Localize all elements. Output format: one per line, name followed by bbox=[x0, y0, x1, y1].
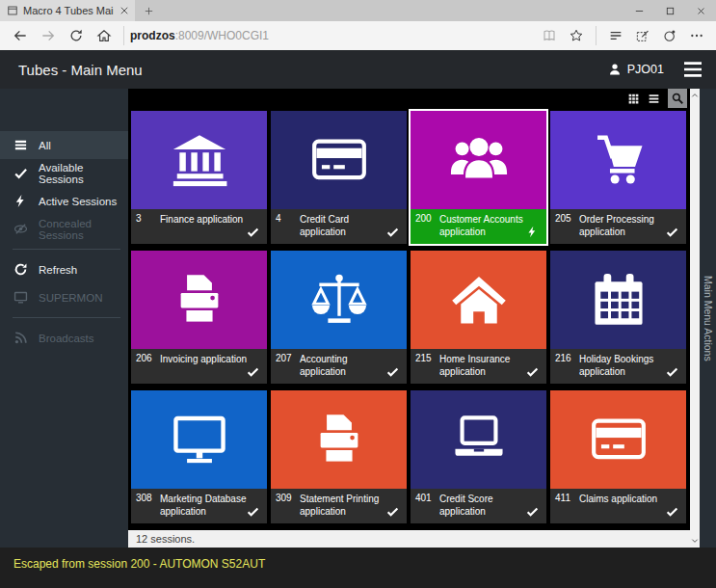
app-tile[interactable]: 3 Finance application bbox=[131, 111, 267, 244]
reload-button[interactable] bbox=[62, 23, 90, 48]
tile-app-icon bbox=[550, 111, 686, 209]
app-tile[interactable]: 200 Customer Accounts application bbox=[411, 111, 546, 244]
tile-footer: 4 Credit Card application bbox=[271, 209, 407, 244]
monitor-icon bbox=[13, 290, 28, 305]
main-menu-actions-panel[interactable]: Main Menu Actions bbox=[700, 89, 716, 548]
tile-app-icon bbox=[131, 390, 267, 489]
sidebar-item-refresh[interactable]: Refresh bbox=[0, 255, 128, 283]
tile-footer: 401 Credit Score application bbox=[411, 489, 546, 523]
check-icon bbox=[666, 365, 678, 378]
sidebar-item-broadcasts[interactable]: Broadcasts bbox=[0, 324, 128, 352]
url-field[interactable]: prodzos:8009/WHO0CGI1 bbox=[130, 29, 536, 42]
check-icon bbox=[247, 365, 259, 378]
tile-footer: 206 Invoicing application bbox=[131, 349, 267, 384]
tile-app-icon bbox=[271, 251, 407, 349]
tile-label: Claims application bbox=[579, 493, 657, 505]
app-tile[interactable]: 207 Accounting application bbox=[271, 251, 407, 384]
web-note-icon bbox=[635, 28, 650, 43]
bolt-icon bbox=[13, 194, 28, 208]
window-controls bbox=[623, 0, 716, 21]
scroll-up-icon[interactable] bbox=[691, 92, 699, 99]
sidebar-item-label: SUPERMON bbox=[39, 292, 102, 304]
app-tile[interactable]: 401 Credit Score application bbox=[411, 390, 546, 523]
tile-footer: 215 Home Insurance application bbox=[411, 349, 546, 384]
tile-label: Credit Score application bbox=[439, 493, 529, 518]
sidebar-item-label: Active Sessions bbox=[39, 196, 117, 207]
tile-footer: 216 Holiday Bookings application bbox=[550, 349, 686, 384]
web-note-button[interactable] bbox=[629, 23, 656, 48]
grid-view-icon[interactable] bbox=[627, 93, 640, 105]
more-button[interactable] bbox=[683, 23, 710, 48]
app-header: Tubes - Main Menu PJO01 bbox=[0, 50, 716, 89]
message-bar: Escaped from session 200 - AUTOMON S52AU… bbox=[0, 548, 716, 588]
action-panel-label: Main Menu Actions bbox=[703, 276, 714, 361]
book-icon bbox=[542, 28, 557, 43]
check-icon bbox=[666, 226, 678, 238]
tile-app-icon bbox=[131, 251, 267, 349]
sidebar-item-active-sessions[interactable]: Active Sessions bbox=[0, 187, 128, 215]
refresh-icon bbox=[13, 262, 28, 277]
menu-button[interactable] bbox=[682, 61, 703, 78]
forward-button[interactable] bbox=[34, 23, 62, 48]
check-icon bbox=[247, 505, 259, 518]
search-button[interactable] bbox=[668, 89, 687, 108]
url-host: prodzos bbox=[130, 29, 175, 42]
tile-footer: 200 Customer Accounts application bbox=[411, 209, 546, 244]
back-icon bbox=[13, 28, 28, 43]
tile-label: Accounting application bbox=[300, 353, 389, 378]
tile-label: Credit Card application bbox=[300, 213, 389, 238]
tile-session-number: 205 bbox=[555, 213, 579, 224]
app-tile[interactable]: 308 Marketing Database application bbox=[131, 390, 267, 523]
app-tile[interactable]: 216 Holiday Bookings application bbox=[550, 251, 686, 384]
plus-icon bbox=[144, 6, 154, 16]
app-tile[interactable]: 206 Invoicing application bbox=[131, 251, 267, 384]
url-path: :8009/WHO0CGI1 bbox=[175, 29, 269, 42]
minimize-button[interactable] bbox=[623, 0, 654, 21]
tile-app-icon bbox=[411, 251, 546, 349]
app-tile[interactable]: 215 Home Insurance application bbox=[411, 251, 546, 384]
sidebar-divider bbox=[13, 249, 120, 250]
back-button[interactable] bbox=[6, 23, 34, 48]
app-tile[interactable]: 4 Credit Card application bbox=[271, 111, 407, 244]
check-icon bbox=[386, 226, 399, 238]
favorites-button[interactable] bbox=[563, 23, 590, 48]
hub-button[interactable] bbox=[602, 23, 629, 48]
new-tab-button[interactable] bbox=[135, 0, 162, 21]
tile-app-icon bbox=[550, 251, 686, 349]
sidebar-item-available-sessions[interactable]: Available Sessions bbox=[0, 159, 128, 187]
tab-close-icon[interactable] bbox=[119, 5, 130, 16]
browser-tab[interactable]: Macro 4 Tubes Main Me bbox=[0, 0, 135, 21]
scroll-down-icon[interactable] bbox=[691, 537, 699, 545]
app-tile[interactable]: 309 Statement Printing application bbox=[271, 390, 407, 523]
vertical-scrollbar[interactable] bbox=[690, 89, 700, 548]
tile-footer: 205 Order Processing application bbox=[550, 209, 686, 244]
reading-view-button[interactable] bbox=[536, 23, 563, 48]
share-button[interactable] bbox=[656, 23, 683, 48]
tile-app-icon bbox=[271, 111, 407, 209]
tile-label: Statement Printing application bbox=[300, 493, 389, 518]
sidebar-item-supermon[interactable]: SUPERMON bbox=[0, 283, 128, 311]
tile-footer: 308 Marketing Database application bbox=[131, 489, 267, 523]
tile-app-icon bbox=[271, 390, 407, 489]
main-area: All Available Sessions Active Sessions C… bbox=[0, 89, 716, 548]
minimize-icon bbox=[634, 6, 645, 16]
close-icon bbox=[696, 6, 706, 16]
escape-message: Escaped from session 200 - AUTOMON S52AU… bbox=[13, 557, 265, 571]
maximize-button[interactable] bbox=[654, 0, 685, 21]
content-area: 3 Finance application 4 Credit Card appl… bbox=[128, 89, 690, 548]
tile-label: Invoicing application bbox=[160, 353, 247, 365]
eye-off-icon bbox=[13, 222, 28, 236]
user-menu[interactable]: PJO01 bbox=[608, 63, 664, 76]
close-button[interactable] bbox=[685, 0, 716, 21]
home-button[interactable] bbox=[90, 23, 118, 48]
sidebar-item-all[interactable]: All bbox=[0, 131, 128, 159]
hub-icon bbox=[608, 28, 623, 43]
list-view-icon[interactable] bbox=[648, 93, 660, 105]
menu-icon bbox=[13, 138, 28, 152]
tile-label: Finance application bbox=[160, 213, 243, 226]
sidebar-item-concealed-sessions[interactable]: Concealed Sessions bbox=[0, 215, 128, 243]
broadcast-icon bbox=[13, 331, 28, 345]
app-tile[interactable]: 411 Claims application bbox=[550, 390, 686, 523]
sidebar-item-label: Available Sessions bbox=[39, 162, 128, 185]
app-tile[interactable]: 205 Order Processing application bbox=[550, 111, 686, 244]
